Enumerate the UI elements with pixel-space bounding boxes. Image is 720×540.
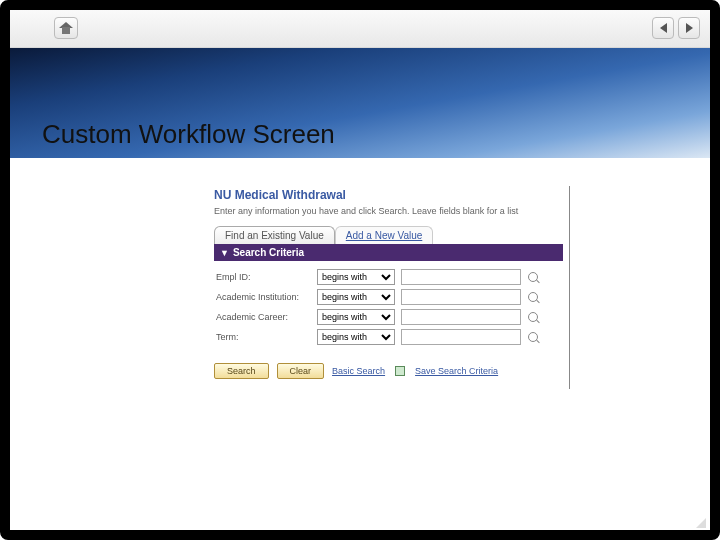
op-emplid[interactable]: begins with	[317, 269, 395, 285]
lookup-emplid[interactable]	[527, 271, 539, 283]
search-icon	[528, 272, 538, 282]
lookup-institution[interactable]	[527, 291, 539, 303]
search-fields: Empl ID: begins with Academic Institutio…	[214, 261, 563, 353]
next-button[interactable]	[678, 17, 700, 39]
lookup-term[interactable]	[527, 331, 539, 343]
input-career[interactable]	[401, 309, 521, 325]
label-emplid: Empl ID:	[216, 272, 311, 282]
toolbar	[10, 10, 710, 48]
nav-buttons	[652, 17, 700, 39]
action-row: Search Clear Basic Search Save Search Cr…	[214, 363, 563, 379]
field-row-institution: Academic Institution: begins with	[216, 289, 561, 305]
field-row-emplid: Empl ID: begins with	[216, 269, 561, 285]
page-title: Custom Workflow Screen	[42, 119, 335, 150]
chevron-right-icon	[686, 23, 693, 33]
chevron-left-icon	[660, 23, 667, 33]
label-term: Term:	[216, 332, 311, 342]
prev-button[interactable]	[652, 17, 674, 39]
clear-button[interactable]: Clear	[277, 363, 325, 379]
app-screenshot: NU Medical Withdrawal Enter any informat…	[210, 186, 570, 389]
label-career: Academic Career:	[216, 312, 311, 322]
module-title: NU Medical Withdrawal	[214, 188, 563, 202]
search-criteria-header[interactable]: ▼ Search Criteria	[214, 244, 563, 261]
input-term[interactable]	[401, 329, 521, 345]
search-icon	[528, 312, 538, 322]
resize-grip-icon	[696, 518, 706, 528]
tab-add-new[interactable]: Add a New Value	[335, 226, 434, 244]
home-icon	[59, 22, 73, 34]
tab-find-existing[interactable]: Find an Existing Value	[214, 226, 335, 244]
save-criteria-link[interactable]: Save Search Criteria	[415, 366, 498, 376]
module-instructions: Enter any information you have and click…	[214, 206, 563, 216]
op-term[interactable]: begins with	[317, 329, 395, 345]
search-button[interactable]: Search	[214, 363, 269, 379]
search-icon	[528, 292, 538, 302]
content-area: NU Medical Withdrawal Enter any informat…	[10, 158, 710, 389]
search-criteria-label: Search Criteria	[233, 247, 304, 258]
input-emplid[interactable]	[401, 269, 521, 285]
field-row-term: Term: begins with	[216, 329, 561, 345]
label-institution: Academic Institution:	[216, 292, 311, 302]
home-button[interactable]	[54, 17, 78, 39]
input-institution[interactable]	[401, 289, 521, 305]
collapse-icon: ▼	[220, 248, 229, 258]
slide-frame: Custom Workflow Screen NU Medical Withdr…	[0, 0, 720, 540]
title-banner: Custom Workflow Screen	[10, 48, 710, 158]
lookup-career[interactable]	[527, 311, 539, 323]
field-row-career: Academic Career: begins with	[216, 309, 561, 325]
save-icon	[395, 366, 405, 376]
basic-search-link[interactable]: Basic Search	[332, 366, 385, 376]
op-career[interactable]: begins with	[317, 309, 395, 325]
tab-strip: Find an Existing Value Add a New Value	[214, 226, 563, 244]
op-institution[interactable]: begins with	[317, 289, 395, 305]
search-icon	[528, 332, 538, 342]
